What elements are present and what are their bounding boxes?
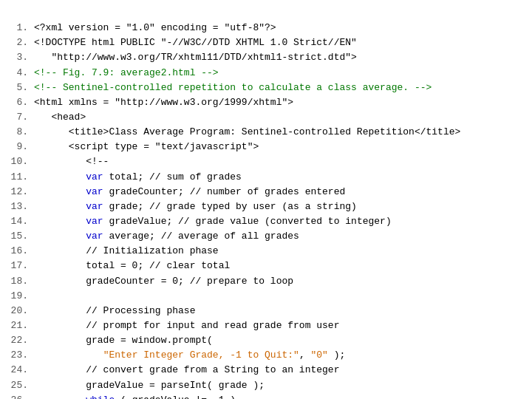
code-line: 24. // convert grade from a String to an… xyxy=(7,363,525,378)
line-number: 21. xyxy=(7,318,28,333)
line-number: 13. xyxy=(7,200,28,214)
line-number: 4. xyxy=(7,66,28,81)
line-number: 1. xyxy=(7,21,28,35)
code-line: 21. // prompt for input and read grade f… xyxy=(7,318,525,333)
line-code: total = 0; // clear total xyxy=(34,259,230,273)
code-line: 19. xyxy=(7,289,525,304)
code-line: 11. var total; // sum of grades xyxy=(7,170,525,185)
line-code: <?xml version = "1.0" encoding = "utf-8"… xyxy=(34,21,276,35)
code-line: 3. "http://www.w3.org/TR/xhtml11/DTD/xht… xyxy=(7,50,525,65)
line-code: <head> xyxy=(34,110,86,125)
code-viewer: 1.<?xml version = "1.0" encoding = "utf-… xyxy=(0,0,532,399)
line-number: 2. xyxy=(7,35,28,50)
code-line: 2.<!DOCTYPE html PUBLIC "-//W3C//DTD XHT… xyxy=(7,35,525,50)
line-code: var total; // sum of grades xyxy=(34,170,242,185)
line-number: 20. xyxy=(7,304,28,318)
line-number: 17. xyxy=(7,259,28,273)
code-line: 20. // Processing phase xyxy=(7,304,525,318)
code-line: 26. while ( gradeValue != -1 ) xyxy=(7,393,525,399)
code-line: 18. gradeCounter = 0; // prepare to loop xyxy=(7,274,525,289)
line-code: var grade; // grade typed by user (as a … xyxy=(34,200,357,214)
code-line: 14. var gradeValue; // grade value (conv… xyxy=(7,214,525,229)
line-number: 11. xyxy=(7,170,28,185)
code-line: 23. "Enter Integer Grade, -1 to Quit:", … xyxy=(7,348,525,363)
line-code: <!DOCTYPE html PUBLIC "-//W3C//DTD XHTML… xyxy=(34,35,357,50)
code-line: 15. var average; // average of all grade… xyxy=(7,229,525,244)
line-number: 14. xyxy=(7,214,28,229)
line-code: var gradeValue; // grade value (converte… xyxy=(34,214,392,229)
code-line: 6.<html xmlns = "http://www.w3.org/1999/… xyxy=(7,95,525,110)
line-code: "Enter Integer Grade, -1 to Quit:", "0" … xyxy=(34,348,345,363)
code-line: 7. <head> xyxy=(7,110,525,125)
line-code: gradeValue = parseInt( grade ); xyxy=(34,378,265,393)
code-line: 17. total = 0; // clear total xyxy=(7,259,525,273)
line-number: 16. xyxy=(7,244,28,259)
line-code: var average; // average of all grades xyxy=(34,229,299,244)
code-line: 4.<!-- Fig. 7.9: average2.html --> xyxy=(7,66,525,81)
line-number: 12. xyxy=(7,185,28,200)
line-code: // Initialization phase xyxy=(34,244,219,259)
line-code: gradeCounter = 0; // prepare to loop xyxy=(34,274,293,289)
line-code: // prompt for input and read grade from … xyxy=(34,318,339,333)
line-code: <!-- xyxy=(34,154,109,169)
line-number: 24. xyxy=(7,363,28,378)
code-line: 1.<?xml version = "1.0" encoding = "utf-… xyxy=(7,21,525,35)
line-number: 22. xyxy=(7,333,28,348)
line-code: // Processing phase xyxy=(34,304,195,318)
line-code: var gradeCounter; // number of grades en… xyxy=(34,185,345,200)
line-code: <html xmlns = "http://www.w3.org/1999/xh… xyxy=(34,95,293,110)
line-code: <title>Class Average Program: Sentinel-c… xyxy=(34,125,460,140)
line-number: 5. xyxy=(7,81,28,95)
line-number: 8. xyxy=(7,125,28,140)
line-code: while ( gradeValue != -1 ) xyxy=(34,393,236,399)
code-line: 8. <title>Class Average Program: Sentine… xyxy=(7,125,525,140)
line-code: <!-- Fig. 7.9: average2.html --> xyxy=(34,66,219,81)
line-number: 10. xyxy=(7,154,28,169)
code-line: 13. var grade; // grade typed by user (a… xyxy=(7,200,525,214)
line-code: grade = window.prompt( xyxy=(34,333,213,348)
line-number: 18. xyxy=(7,274,28,289)
line-number: 19. xyxy=(7,289,28,304)
code-line: 22. grade = window.prompt( xyxy=(7,333,525,348)
code-line: 25. gradeValue = parseInt( grade ); xyxy=(7,378,525,393)
code-line: 12. var gradeCounter; // number of grade… xyxy=(7,185,525,200)
line-number: 15. xyxy=(7,229,28,244)
line-number: 9. xyxy=(7,140,28,154)
code-line: 5.<!-- Sentinel-controlled repetition to… xyxy=(7,81,525,95)
line-number: 23. xyxy=(7,348,28,363)
code-line: 10. <!-- xyxy=(7,154,525,169)
line-code: <!-- Sentinel-controlled repetition to c… xyxy=(34,81,432,95)
line-code: "http://www.w3.org/TR/xhtml11/DTD/xhtml1… xyxy=(34,50,357,65)
line-number: 6. xyxy=(7,95,28,110)
line-number: 3. xyxy=(7,50,28,65)
code-line: 9. <script type = "text/javascript"> xyxy=(7,140,525,154)
line-number: 7. xyxy=(7,110,28,125)
line-number: 26. xyxy=(7,393,28,399)
line-code: // convert grade from a String to an int… xyxy=(34,363,339,378)
line-code: <script type = "text/javascript"> xyxy=(34,140,259,154)
line-number: 25. xyxy=(7,378,28,393)
code-line: 16. // Initialization phase xyxy=(7,244,525,259)
